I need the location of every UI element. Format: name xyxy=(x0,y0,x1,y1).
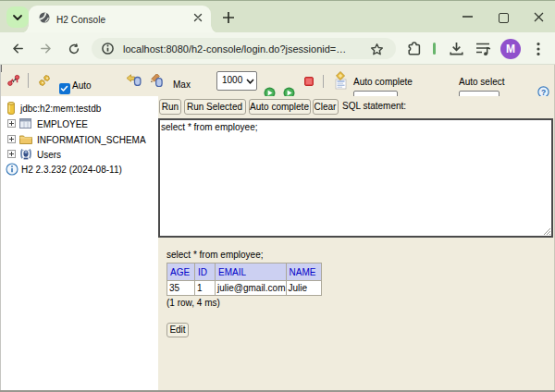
svg-text:?: ? xyxy=(541,88,546,96)
